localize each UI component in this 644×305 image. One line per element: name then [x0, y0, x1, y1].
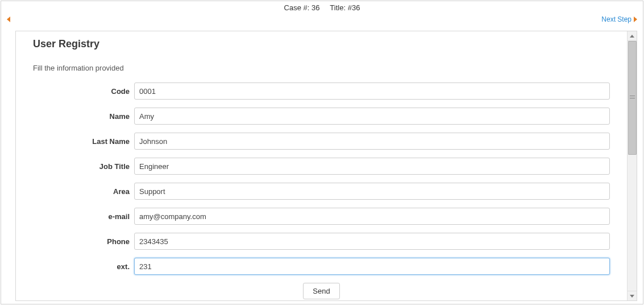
form-subtitle: Fill the information provided — [33, 64, 610, 72]
case-header: Case #: 36 Title: #36 — [1, 1, 643, 14]
case-label: Case #: — [284, 3, 310, 12]
input-phone[interactable] — [134, 233, 610, 250]
label-email: e-mail — [33, 212, 134, 221]
next-step-link[interactable]: Next Step — [601, 15, 637, 23]
row-phone: Phone — [33, 233, 610, 250]
label-phone: Phone — [33, 237, 134, 246]
row-lastname: Last Name — [33, 133, 610, 150]
label-ext: ext. — [33, 262, 134, 271]
send-button[interactable]: Send — [303, 283, 339, 299]
row-ext: ext. — [33, 258, 610, 275]
row-jobtitle: Job Title — [33, 158, 610, 175]
scroll-thumb-grip-icon — [630, 96, 635, 98]
scrollbar-vertical[interactable] — [627, 31, 637, 300]
row-email: e-mail — [33, 208, 610, 225]
form-title: User Registry — [33, 38, 610, 50]
input-code[interactable] — [134, 83, 610, 100]
input-area[interactable] — [134, 183, 610, 200]
input-lastname[interactable] — [134, 133, 610, 150]
title-label: Title: — [330, 3, 346, 12]
label-code: Code — [33, 87, 134, 96]
label-jobtitle: Job Title — [33, 162, 134, 171]
chevron-up-icon — [630, 35, 634, 38]
label-name: Name — [33, 112, 134, 121]
label-lastname: Last Name — [33, 137, 134, 146]
case-value: 36 — [311, 3, 319, 12]
prev-step-icon[interactable] — [7, 17, 10, 22]
label-area: Area — [33, 187, 134, 196]
app-window: Case #: 36 Title: #36 Next Step User Reg… — [1, 1, 643, 304]
row-area: Area — [33, 183, 610, 200]
input-jobtitle[interactable] — [134, 158, 610, 175]
title-value: #36 — [348, 3, 360, 12]
next-step-icon — [634, 17, 637, 22]
form-panel: User Registry Fill the information provi… — [15, 31, 637, 301]
scroll-down-button[interactable] — [628, 291, 637, 300]
row-name: Name — [33, 108, 610, 125]
form-scroll-area: User Registry Fill the information provi… — [16, 31, 627, 300]
scroll-thumb[interactable] — [628, 41, 637, 155]
input-name[interactable] — [134, 108, 610, 125]
chevron-down-icon — [630, 295, 634, 298]
next-step-label: Next Step — [601, 15, 631, 23]
input-email[interactable] — [134, 208, 610, 225]
scroll-up-button[interactable] — [628, 31, 637, 41]
step-navbar: Next Step — [1, 14, 643, 24]
submit-row: Send — [33, 283, 610, 299]
row-code: Code — [33, 83, 610, 100]
input-ext[interactable] — [134, 258, 610, 275]
